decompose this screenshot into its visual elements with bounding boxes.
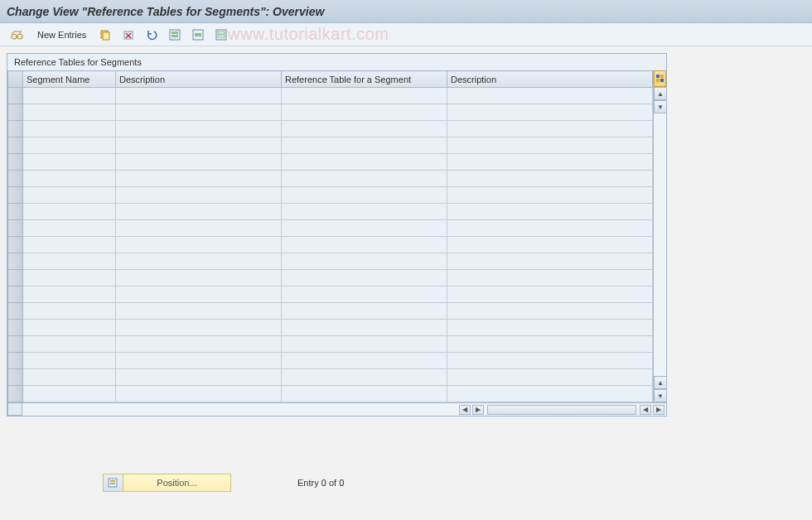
table-cell[interactable] [116,104,282,121]
table-cell[interactable] [116,320,282,336]
table-cell[interactable] [23,386,116,402]
table-cell[interactable] [447,369,653,386]
table-cell[interactable] [282,237,447,253]
configure-columns-button[interactable] [654,70,666,87]
scroll-down-bottom-button[interactable]: ▼ [654,389,667,402]
table-cell[interactable] [282,369,447,386]
row-selector[interactable] [8,204,23,220]
table-cell[interactable] [282,320,447,336]
table-cell[interactable] [447,353,653,369]
scroll-down-button[interactable]: ▼ [654,100,667,113]
table-cell[interactable] [447,88,653,104]
table-cell[interactable] [447,253,653,270]
table-cell[interactable] [282,121,447,137]
table-cell[interactable] [447,220,653,237]
table-cell[interactable] [23,104,116,121]
hscroll-left-2[interactable]: ◀ [640,405,651,415]
table-cell[interactable] [23,137,116,154]
table-cell[interactable] [282,303,447,320]
table-cell[interactable] [447,336,653,353]
table-cell[interactable] [282,353,447,369]
table-cell[interactable] [447,104,653,121]
table-cell[interactable] [116,187,282,204]
table-cell[interactable] [23,220,116,237]
table-cell[interactable] [282,171,447,187]
table-cell[interactable] [282,88,447,104]
table-cell[interactable] [116,336,282,353]
copy-as-button[interactable] [95,26,115,43]
table-cell[interactable] [282,220,447,237]
table-cell[interactable] [23,154,116,171]
table-cell[interactable] [23,369,116,386]
scroll-up-bottom-button[interactable]: ▲ [654,376,667,389]
table-cell[interactable] [447,386,653,402]
row-selector[interactable] [8,237,23,253]
table-cell[interactable] [116,121,282,137]
undo-change-button[interactable] [142,26,162,43]
table-cell[interactable] [23,187,116,204]
table-cell[interactable] [116,154,282,171]
table-cell[interactable] [116,286,282,303]
row-selector[interactable] [8,353,23,369]
table-cell[interactable] [447,137,653,154]
row-selector[interactable] [8,320,23,336]
table-cell[interactable] [116,171,282,187]
hscroll-right-2[interactable]: ▶ [653,405,665,415]
row-selector[interactable] [8,369,23,386]
table-cell[interactable] [447,204,653,220]
table-cell[interactable] [282,336,447,353]
table-cell[interactable] [116,369,282,386]
table-cell[interactable] [447,270,653,286]
row-selector[interactable] [8,104,23,121]
table-cell[interactable] [447,171,653,187]
table-cell[interactable] [447,303,653,320]
table-cell[interactable] [282,386,447,402]
table-cell[interactable] [447,320,653,336]
col-description-2[interactable]: Description [447,71,653,88]
row-selector[interactable] [8,286,23,303]
hscroll-right-1[interactable]: ▶ [472,405,484,415]
row-selector[interactable] [8,88,23,104]
table-cell[interactable] [116,353,282,369]
row-selector[interactable] [8,253,23,270]
table-cell[interactable] [116,303,282,320]
table-cell[interactable] [23,286,116,303]
table-cell[interactable] [447,121,653,137]
table-cell[interactable] [282,187,447,204]
table-cell[interactable] [23,171,116,187]
scroll-track[interactable] [654,113,666,376]
table-cell[interactable] [116,270,282,286]
row-selector-header[interactable] [8,71,23,88]
select-all-button[interactable] [165,26,185,43]
col-segment-name[interactable]: Segment Name [23,71,116,88]
table-cell[interactable] [282,154,447,171]
table-cell[interactable] [447,187,653,204]
row-selector[interactable] [8,270,23,286]
table-cell[interactable] [282,104,447,121]
hscroll-left-1[interactable]: ◀ [459,405,471,415]
table-cell[interactable] [447,286,653,303]
row-selector[interactable] [8,154,23,171]
new-entries-button[interactable]: New Entries [31,26,92,43]
scroll-up-button[interactable]: ▲ [654,87,667,100]
table-cell[interactable] [116,88,282,104]
col-ref-table[interactable]: Reference Table for a Segment [282,71,447,88]
table-cell[interactable] [23,353,116,369]
table-cell[interactable] [116,220,282,237]
table-cell[interactable] [116,137,282,154]
row-selector[interactable] [8,386,23,402]
row-selector[interactable] [8,220,23,237]
table-cell[interactable] [23,237,116,253]
table-cell[interactable] [116,204,282,220]
table-cell[interactable] [282,270,447,286]
table-cell[interactable] [116,237,282,253]
table-cell[interactable] [282,137,447,154]
table-cell[interactable] [23,303,116,320]
select-block-button[interactable] [188,26,208,43]
row-selector[interactable] [8,187,23,204]
col-description-1[interactable]: Description [116,71,282,88]
table-cell[interactable] [282,286,447,303]
table-cell[interactable] [23,88,116,104]
table-cell[interactable] [23,320,116,336]
table-cell[interactable] [23,121,116,137]
